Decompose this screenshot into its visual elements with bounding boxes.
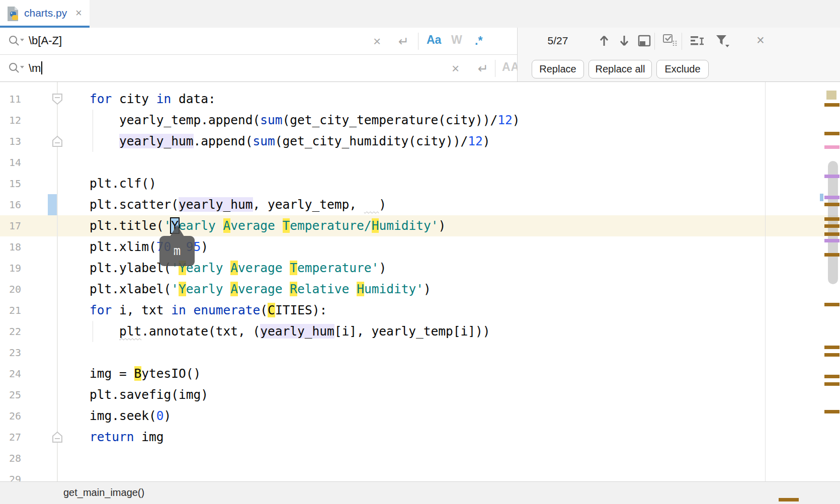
stripe-mark[interactable] bbox=[824, 346, 839, 349]
search-clear-icon[interactable]: × bbox=[373, 35, 381, 48]
stripe-mark[interactable] bbox=[824, 239, 839, 242]
code-token: i, txt bbox=[112, 303, 171, 317]
code-line[interactable]: 29 bbox=[0, 469, 840, 481]
code-line[interactable]: 21 for i, txt in enumerate(CITIES): bbox=[0, 300, 840, 321]
search-filter-icon[interactable] bbox=[715, 34, 730, 51]
line-number: 28 bbox=[0, 448, 21, 469]
code-token: ) bbox=[513, 113, 520, 127]
search-input[interactable]: \b[A-Z] bbox=[29, 34, 62, 47]
code-line[interactable]: 13 yearly_hum.append(sum(get_city_humidi… bbox=[0, 131, 840, 152]
find-replace-bar: \b[A-Z] × ↵ Aa W .* \m × ↵ AA 5/27 bbox=[0, 28, 840, 82]
code-text: plt.xlabel('Yearly Average Relative Humi… bbox=[60, 279, 431, 300]
code-token: B bbox=[134, 366, 142, 381]
code-line[interactable]: 18 plt.xlim(70, 95) bbox=[0, 236, 840, 258]
code-text: yearly_hum.append(sum(get_city_humidity(… bbox=[60, 131, 490, 152]
code-line[interactable]: 23 bbox=[0, 342, 840, 363]
code-text: for i, txt in enumerate(CITIES): bbox=[60, 300, 327, 321]
code-token bbox=[60, 303, 90, 317]
stripe-change-mark[interactable] bbox=[820, 194, 823, 201]
code-text: return img bbox=[60, 427, 164, 448]
code-line[interactable]: 22 plt.annotate(txt, (yearly_hum[i], yea… bbox=[0, 321, 840, 342]
search-magnifier-icon bbox=[8, 35, 24, 50]
stripe-mark[interactable] bbox=[824, 103, 839, 107]
search-newline-icon[interactable]: ↵ bbox=[398, 34, 409, 49]
stripe-mark[interactable] bbox=[824, 217, 839, 221]
replace-clear-icon[interactable]: × bbox=[452, 62, 459, 75]
code-line[interactable]: 19 plt.ylabel('Yearly Average Temperatur… bbox=[0, 258, 840, 279]
stripe-mark[interactable] bbox=[824, 375, 839, 378]
stripe-mark[interactable] bbox=[824, 232, 839, 236]
exclude-button[interactable]: Exclude bbox=[656, 60, 709, 78]
code-line[interactable]: 14 bbox=[0, 152, 840, 173]
line-number: 24 bbox=[0, 363, 21, 384]
replace-newline-icon[interactable]: ↵ bbox=[478, 61, 488, 76]
stripe-mark[interactable] bbox=[824, 410, 839, 413]
words-toggle[interactable]: W bbox=[451, 33, 462, 47]
stripe-mark[interactable] bbox=[824, 132, 839, 135]
stripe-mark[interactable] bbox=[824, 196, 839, 199]
line-number: 27 bbox=[0, 427, 21, 448]
code-token: (get_city_humidity(city))/ bbox=[275, 134, 468, 148]
stripe-mark[interactable] bbox=[824, 145, 839, 149]
stripe-mark[interactable] bbox=[824, 353, 839, 357]
fold-marker-icon[interactable] bbox=[52, 431, 63, 443]
match-case-toggle[interactable]: Aa bbox=[427, 33, 441, 47]
code-line[interactable]: 17 plt.title('Yearly Average Temperature… bbox=[0, 215, 840, 236]
regex-toggle[interactable]: .* bbox=[475, 34, 482, 48]
code-line[interactable]: 11 for city in data: bbox=[0, 89, 840, 110]
code-text: for city in data: bbox=[60, 89, 216, 110]
replace-all-button[interactable]: Replace all bbox=[589, 60, 652, 78]
code-line[interactable]: 27 return img bbox=[0, 427, 840, 448]
code-line[interactable]: 15 plt.clf() bbox=[0, 173, 840, 194]
stripe-mark[interactable] bbox=[824, 175, 839, 178]
code-line[interactable]: 16 plt.scatter(yearly_hum, yearly_temp, … bbox=[0, 194, 840, 215]
code-token: in bbox=[156, 92, 172, 106]
find-fields: \b[A-Z] × ↵ Aa W .* \m × ↵ AA bbox=[0, 28, 518, 81]
replace-input[interactable]: \m bbox=[29, 61, 42, 75]
line-number: 13 bbox=[0, 131, 21, 152]
stripe-mark[interactable] bbox=[824, 203, 839, 206]
vcs-change-marker[interactable] bbox=[48, 194, 57, 215]
line-number: 17 bbox=[0, 215, 21, 236]
code-line[interactable]: 25 plt.savefig(img) bbox=[0, 384, 840, 405]
select-all-occurrences-icon[interactable] bbox=[662, 34, 679, 50]
previous-match-icon[interactable] bbox=[598, 34, 610, 50]
code-token: plt.xlabel( bbox=[60, 282, 171, 296]
stripe-mark[interactable] bbox=[824, 382, 839, 386]
inspection-status-square[interactable] bbox=[826, 91, 836, 100]
divider bbox=[654, 33, 655, 50]
code-token: H bbox=[372, 218, 379, 233]
code-token: plt.savefig(img) bbox=[60, 387, 208, 402]
code-line[interactable]: 12 yearly_temp.append(sum(get_city_tempe… bbox=[0, 110, 840, 131]
filter-lines-icon[interactable] bbox=[690, 34, 705, 50]
code-token: .append( bbox=[194, 134, 253, 148]
stripe-mark[interactable] bbox=[824, 224, 839, 228]
code-token: umidity' bbox=[364, 282, 424, 296]
code-line[interactable]: 26 img.seek(0) bbox=[0, 405, 840, 427]
open-in-find-window-icon[interactable] bbox=[637, 34, 651, 50]
code-line[interactable]: 20 plt.xlabel('Yearly Average Relative H… bbox=[0, 279, 840, 300]
replace-button[interactable]: Replace bbox=[532, 60, 584, 78]
preserve-case-toggle[interactable]: AA bbox=[502, 60, 520, 74]
code-token: C bbox=[268, 303, 275, 317]
stripe-mark[interactable] bbox=[779, 498, 799, 501]
code-token: T bbox=[283, 218, 290, 233]
fold-marker-icon[interactable] bbox=[52, 93, 63, 105]
stripe-mark[interactable] bbox=[824, 303, 839, 306]
tab-charts-py[interactable]: charts.py × bbox=[0, 0, 90, 28]
code-line[interactable]: 28 bbox=[0, 448, 840, 469]
breadcrumb-context[interactable]: get_main_image() bbox=[63, 487, 144, 498]
stripe-mark[interactable] bbox=[824, 253, 839, 257]
code-token: ) bbox=[201, 239, 208, 254]
code-editor[interactable]: 11 for city in data:12 yearly_temp.appen… bbox=[0, 82, 840, 481]
line-number: 29 bbox=[0, 469, 21, 481]
code-token: A bbox=[223, 218, 231, 233]
next-match-icon[interactable] bbox=[618, 34, 630, 50]
code-text: img.seek(0) bbox=[60, 405, 171, 427]
fold-marker-icon[interactable] bbox=[52, 135, 63, 147]
scrollbar-thumb[interactable] bbox=[828, 161, 838, 284]
code-line[interactable]: 24 img = BytesIO() bbox=[0, 363, 840, 384]
tab-close-icon[interactable]: × bbox=[75, 7, 82, 20]
close-find-bar-icon[interactable]: × bbox=[757, 33, 765, 48]
code-token: ) bbox=[379, 261, 386, 275]
